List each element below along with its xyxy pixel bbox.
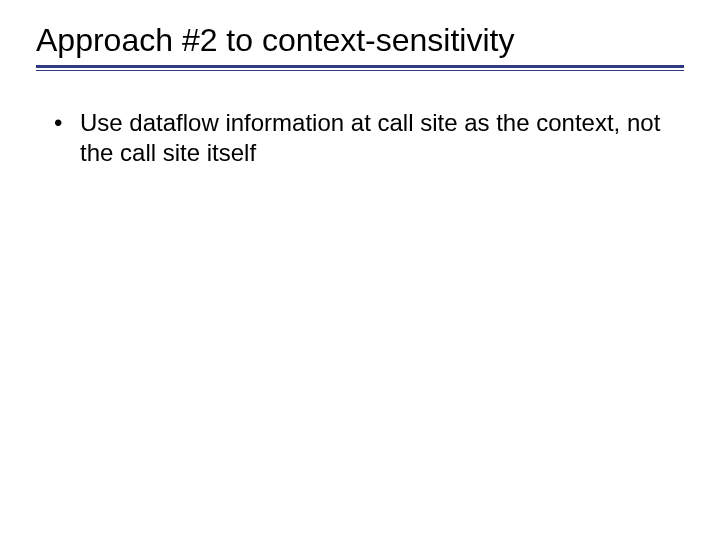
slide-body: Use dataflow information at call site as… xyxy=(50,108,670,168)
slide: Approach #2 to context-sensitivity Use d… xyxy=(0,0,720,540)
title-rule-thick xyxy=(36,65,684,68)
bullet-list: Use dataflow information at call site as… xyxy=(50,108,670,168)
title-rule-thin xyxy=(36,70,684,71)
slide-title: Approach #2 to context-sensitivity xyxy=(36,22,684,59)
title-block: Approach #2 to context-sensitivity xyxy=(36,22,684,71)
list-item: Use dataflow information at call site as… xyxy=(50,108,670,168)
